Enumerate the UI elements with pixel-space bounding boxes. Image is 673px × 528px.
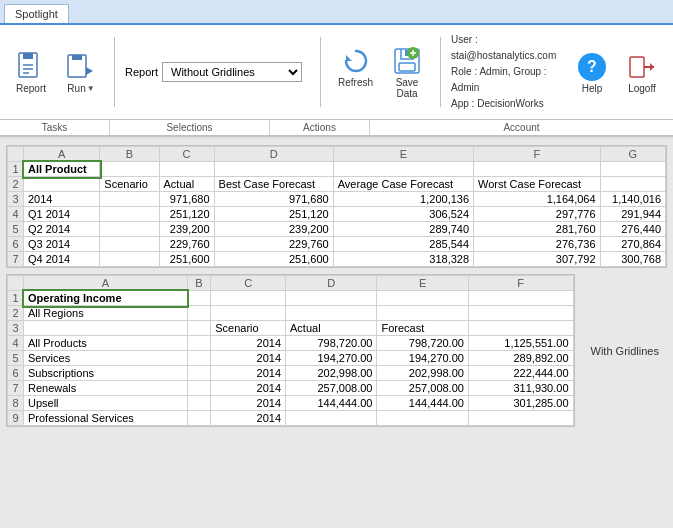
refresh-label: Refresh: [338, 77, 373, 88]
cell-3g: 1,140,016: [600, 192, 665, 207]
bottom-spreadsheet: A B C D E F 1 Operating Income: [6, 274, 575, 427]
cell-3c: 971,680: [159, 192, 214, 207]
logoff-icon: [626, 51, 658, 83]
cell-6f: 276,736: [474, 237, 601, 252]
col-G: G: [600, 147, 665, 162]
save-data-button[interactable]: SaveData: [384, 40, 430, 104]
run-button[interactable]: Run ▼: [58, 46, 104, 99]
table-row: 1 Operating Income: [8, 291, 574, 306]
b-cell-4a: All Products: [24, 336, 188, 351]
b-cell-8f: 301,285.00: [468, 396, 573, 411]
account-role: Role : Admin, Group : Admin: [451, 64, 563, 96]
table-row: 6 Subscriptions 2014 202,998.00 202,998.…: [8, 366, 574, 381]
b-cell-3d: Actual: [286, 321, 377, 336]
selections-section-label: Selections: [110, 120, 270, 135]
cell-7g: 300,768: [600, 252, 665, 267]
cell-4g: 291,944: [600, 207, 665, 222]
top-table: A B C D E F G 1 All Product 2: [7, 146, 666, 267]
cell-5d: 239,200: [214, 222, 333, 237]
cell-7f: 307,792: [474, 252, 601, 267]
bottom-area: A B C D E F 1 Operating Income: [6, 274, 667, 427]
report-label: Report: [16, 83, 46, 94]
report-button[interactable]: Report: [8, 46, 54, 99]
b-cell-6c: 2014: [211, 366, 286, 381]
cell-7e: 318,328: [333, 252, 473, 267]
col-E: E: [333, 147, 473, 162]
svg-marker-17: [650, 63, 654, 71]
spotlight-tab[interactable]: Spotlight: [4, 4, 69, 23]
cell-7a: Q4 2014: [24, 252, 100, 267]
cell-1a[interactable]: All Product: [24, 162, 100, 177]
col-C: C: [159, 147, 214, 162]
cell-4f: 297,776: [474, 207, 601, 222]
table-row: 9 Professional Services 2014: [8, 411, 574, 426]
account-section-label: Account: [370, 120, 673, 135]
b-cell-7a: Renewals: [24, 381, 188, 396]
run-label: Run: [67, 83, 85, 94]
b-cell-8e: 144,444.00: [377, 396, 468, 411]
table-row: 5 Services 2014 194,270.00 194,270.00 28…: [8, 351, 574, 366]
b-cell-6d: 202,998.00: [286, 366, 377, 381]
b-cell-1a[interactable]: Operating Income: [24, 291, 188, 306]
cell-5g: 276,440: [600, 222, 665, 237]
b-cell-8d: 144,444.00: [286, 396, 377, 411]
table-row: 4 All Products 2014 798,720.00 798,720.0…: [8, 336, 574, 351]
divider-2: [320, 37, 321, 107]
cell-6a: Q3 2014: [24, 237, 100, 252]
cell-6e: 285,544: [333, 237, 473, 252]
b-cell-4c: 2014: [211, 336, 286, 351]
help-logoff-group: ? Help Logoff: [569, 46, 665, 99]
svg-rect-11: [399, 63, 415, 71]
table-row: 6 Q3 2014 229,760 229,760 285,544 276,73…: [8, 237, 666, 252]
cell-6d: 229,760: [214, 237, 333, 252]
table-row: 4 Q1 2014 251,120 251,120 306,524 297,77…: [8, 207, 666, 222]
cell-3a: 2014: [24, 192, 100, 207]
refresh-button[interactable]: Refresh: [331, 40, 380, 93]
b-cell-7f: 311,930.00: [468, 381, 573, 396]
refresh-icon: [340, 45, 372, 77]
cell-3d: 971,680: [214, 192, 333, 207]
account-section: User : stai@hostanalytics.com Role : Adm…: [451, 32, 563, 112]
help-icon: ?: [576, 51, 608, 83]
cell-7c: 251,600: [159, 252, 214, 267]
cell-3f: 1,164,064: [474, 192, 601, 207]
save-data-icon: [391, 45, 423, 77]
b-cell-4e: 798,720.00: [377, 336, 468, 351]
table-row: 2 Scenario Actual Best Case Forecast Ave…: [8, 177, 666, 192]
actions-section-label: Actions: [270, 120, 370, 135]
b-cell-5c: 2014: [211, 351, 286, 366]
sections-bar: Tasks Selections Actions Account: [0, 120, 673, 137]
cell-3e: 1,200,136: [333, 192, 473, 207]
logoff-button[interactable]: Logoff: [619, 46, 665, 99]
col-F: F: [474, 147, 601, 162]
bottom-table: A B C D E F 1 Operating Income: [7, 275, 574, 426]
cell-5f: 281,760: [474, 222, 601, 237]
b-cell-3c: Scenario: [211, 321, 286, 336]
tasks-group: Report Run ▼: [8, 46, 104, 99]
cell-5e: 289,740: [333, 222, 473, 237]
logoff-label: Logoff: [628, 83, 656, 94]
cell-6c: 229,760: [159, 237, 214, 252]
svg-rect-1: [23, 53, 33, 59]
tab-bar: Spotlight: [0, 0, 673, 25]
table-row: 8 Upsell 2014 144,444.00 144,444.00 301,…: [8, 396, 574, 411]
help-button[interactable]: ? Help: [569, 46, 615, 99]
cell-2f: Worst Case Forecast: [474, 177, 601, 192]
account-app: App : DecisionWorks: [451, 96, 563, 112]
b-cell-5a: Services: [24, 351, 188, 366]
bottom-table-container: A B C D E F 1 Operating Income: [6, 274, 575, 427]
b-cell-4d: 798,720.00: [286, 336, 377, 351]
b-cell-7e: 257,008.00: [377, 381, 468, 396]
cell-4c: 251,120: [159, 207, 214, 222]
report-type-select[interactable]: Without Gridlines With Gridlines: [162, 62, 302, 82]
b-cell-5f: 289,892.00: [468, 351, 573, 366]
col-D: D: [214, 147, 333, 162]
b-cell-6e: 202,998.00: [377, 366, 468, 381]
b-cell-5d: 194,270.00: [286, 351, 377, 366]
b-cell-6f: 222,444.00: [468, 366, 573, 381]
b-cell-4f: 1,125,551.00: [468, 336, 573, 351]
toolbar: Report Run ▼ Report: [0, 25, 673, 120]
b-cell-7d: 257,008.00: [286, 381, 377, 396]
selections-group: Report Without Gridlines With Gridlines: [125, 62, 310, 82]
account-user: User : stai@hostanalytics.com: [451, 32, 563, 64]
